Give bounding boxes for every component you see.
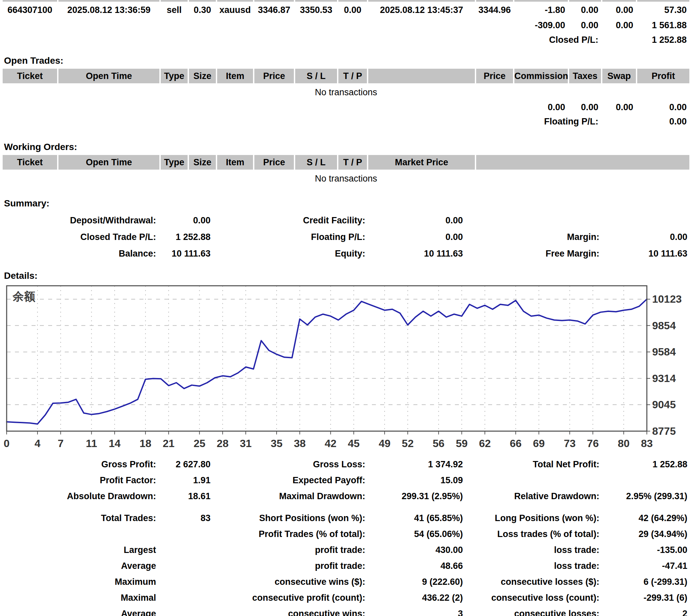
details-heading: Details: xyxy=(4,270,692,282)
chart-series-label: 余额 xyxy=(12,290,36,303)
x-axis-label: 76 xyxy=(587,437,599,449)
cutoff-cell xyxy=(295,0,337,2)
open-total-13: 0.00 xyxy=(602,101,636,113)
summary-row: Balance:10 111.63Equity:10 111.63Free Ma… xyxy=(3,245,689,262)
working-orders-no-transactions: No transactions xyxy=(3,173,689,184)
stat-value-48-66: 48.66 xyxy=(365,558,465,574)
header-cell-size: Size xyxy=(189,69,216,83)
summary-value xyxy=(599,212,689,229)
stat-value xyxy=(156,526,213,542)
summary-value-0-00: 0.00 xyxy=(599,229,689,245)
stat-value-436-22-2: 436.22 (2) xyxy=(365,590,465,606)
x-axis-label: 42 xyxy=(325,437,337,449)
cutoff-cell xyxy=(602,0,636,2)
stat-label-consecutive-loss-count: consecutive loss (count): xyxy=(465,590,599,606)
header-cell-price: Price xyxy=(476,69,513,83)
open-total-11: 0.00 xyxy=(514,101,568,113)
open-trades-header-row: TicketOpen TimeTypeSizeItemPriceS / LT /… xyxy=(3,69,689,83)
header-cell-price: Price xyxy=(254,155,294,170)
header-cell-item: Item xyxy=(217,69,253,83)
stat-value-83: 83 xyxy=(156,510,213,526)
stat-value-18-61: 18.61 xyxy=(156,488,213,504)
stat-label-profit-trade: profit trade: xyxy=(213,558,365,574)
stat-value-2: 2 xyxy=(599,606,689,616)
stat-label-gross-loss: Gross Loss: xyxy=(213,456,365,472)
stat-value-6-299-31: 6 (-299.31) xyxy=(599,574,689,590)
stat-label-consecutive-losses: consecutive losses ($): xyxy=(465,574,599,590)
stat-label-loss-trade: loss trade: xyxy=(465,558,599,574)
cutoff-cell xyxy=(254,0,294,2)
summary-label-free-margin: Free Margin: xyxy=(465,245,599,262)
cutoff-row xyxy=(3,0,689,2)
x-axis-label: 7 xyxy=(58,437,64,449)
cutoff-cell xyxy=(476,0,513,2)
y-axis-label: 9584 xyxy=(652,346,676,358)
summary-value-10-111-63: 10 111.63 xyxy=(599,245,689,262)
stat-value-3: 3 xyxy=(365,606,465,616)
stat-label-total-net-profit: Total Net Profit: xyxy=(465,456,599,472)
x-axis-label: 21 xyxy=(163,437,175,449)
closed-total-11: -309.00 xyxy=(514,19,568,31)
header-cell-taxes: Taxes xyxy=(569,69,601,83)
stats-row: Averageprofit trade:48.66loss trade:-47.… xyxy=(3,558,689,574)
closed-total-14: 1 561.88 xyxy=(637,19,689,31)
stat-value-1-374-92: 1 374.92 xyxy=(365,456,465,472)
stat-label-loss-trades-of-total: Loss trades (% of total): xyxy=(465,526,599,542)
stat-value xyxy=(156,574,213,590)
chart-border xyxy=(7,286,647,431)
summary-value-10-111-63: 10 111.63 xyxy=(365,245,465,262)
stat-label-maximal-drawdown: Maximal Drawdown: xyxy=(213,488,365,504)
open-total-14: 0.00 xyxy=(637,101,689,113)
header-cell-type: Type xyxy=(161,69,188,83)
stat-label-profit-trades-of-total: Profit Trades (% of total): xyxy=(213,526,365,542)
cutoff-cell xyxy=(338,0,367,2)
stats-row: Profit Factor:1.91Expected Payoff:15.09 xyxy=(3,472,689,488)
statement-report: 6643071002025.08.12 13:36:59sell0.30xauu… xyxy=(0,0,692,616)
stat-value-15-09: 15.09 xyxy=(365,472,465,488)
stat-label-largest: Largest xyxy=(3,542,156,558)
x-axis-label: 14 xyxy=(109,437,121,449)
stat-label-profit-factor: Profit Factor: xyxy=(3,472,156,488)
closed-pl-row: Closed P/L:1 252.88 xyxy=(3,34,689,46)
stats-row: Largestprofit trade:430.00loss trade:-13… xyxy=(3,542,689,558)
x-axis-label: 11 xyxy=(86,437,97,449)
summary-value-0-00: 0.00 xyxy=(156,212,213,229)
stats-row: Gross Profit:2 627.80Gross Loss:1 374.92… xyxy=(3,456,689,472)
summary-label-floating-p-l: Floating P/L: xyxy=(213,229,365,245)
closed-trade-cell-10: 3344.96 xyxy=(476,4,513,16)
closed-trade-cell-14: 57.30 xyxy=(637,4,689,16)
floating-pl-row: Floating P/L:0.00 xyxy=(3,115,689,128)
stats-row: Absolute Drawdown:18.61Maximal Drawdown:… xyxy=(3,488,689,504)
stat-label-short-positions-won: Short Positions (won %): xyxy=(213,510,365,526)
stat-label-average: Average xyxy=(3,606,156,616)
x-axis-label: 18 xyxy=(139,437,151,449)
stat-value-47-41: -47.41 xyxy=(599,558,689,574)
x-axis-label: 25 xyxy=(194,437,206,449)
open-trades-totals-row: 0.000.000.000.00 xyxy=(3,101,689,113)
stat-label-gross-profit: Gross Profit: xyxy=(3,456,156,472)
x-axis-label: 56 xyxy=(433,437,445,449)
header-cell-size: Size xyxy=(189,155,216,170)
floating-pl-value: 0.00 xyxy=(602,115,689,128)
stat-value-1-91: 1.91 xyxy=(156,472,213,488)
summary-label-equity: Equity: xyxy=(213,245,365,262)
header-cell-s-l: S / L xyxy=(295,155,337,170)
stats-row: Maximalconsecutive profit (count):436.22… xyxy=(3,590,689,606)
closed-trade-cell-7: 3350.53 xyxy=(295,4,337,16)
stat-value-299-31-2-95: 299.31 (2.95%) xyxy=(365,488,465,504)
y-axis-label: 9314 xyxy=(652,372,676,384)
x-axis-label: 4 xyxy=(35,437,41,449)
stat-value-430-00: 430.00 xyxy=(365,542,465,558)
stat-label-long-positions-won: Long Positions (won %): xyxy=(465,510,599,526)
header-cell-t-p: T / P xyxy=(338,155,367,170)
closed-total-12: 0.00 xyxy=(569,19,601,31)
balance-chart: 余额87759045931495849854101230471114182125… xyxy=(3,284,689,450)
stats-row: Total Trades:83Short Positions (won %):4… xyxy=(3,510,689,526)
cutoff-cell xyxy=(514,0,568,2)
summary-row: Closed Trade P/L:1 252.88Floating P/L:0.… xyxy=(3,229,689,245)
stat-value-135-00: -135.00 xyxy=(599,542,689,558)
header-cell-item: Item xyxy=(217,155,253,170)
stat-label-profit-trade: profit trade: xyxy=(213,542,365,558)
stat-value xyxy=(599,472,689,488)
x-axis-label: 80 xyxy=(618,437,630,449)
